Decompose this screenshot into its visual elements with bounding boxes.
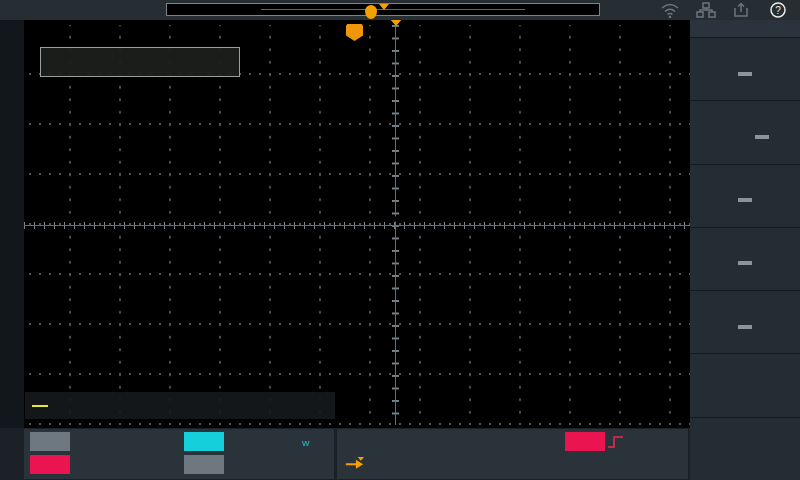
waveform-graticule[interactable] — [24, 25, 690, 425]
trigger-source-badge[interactable] — [565, 432, 605, 451]
export-icon — [732, 2, 752, 18]
svg-text:?: ? — [775, 5, 781, 16]
menu-section-tag[interactable] — [690, 228, 800, 290]
bottom-status-bar: W — [0, 428, 690, 480]
horizontal-trigger-panel — [337, 429, 688, 479]
waveform-canvas — [24, 25, 690, 425]
search-events-banner — [40, 47, 240, 77]
ch4-badge[interactable] — [184, 455, 224, 474]
ch2-pwm-bottom-rail — [24, 217, 690, 222]
measurement-bar[interactable] — [25, 392, 335, 419]
left-margin-strip — [0, 20, 24, 480]
measurement-source-badge — [32, 405, 48, 407]
delay-arrow-icon — [345, 457, 365, 471]
menu-section-invert[interactable] — [690, 101, 800, 163]
ch2-badge[interactable] — [184, 432, 224, 451]
trigger-position-marker-icon[interactable] — [365, 5, 377, 19]
menu-section-offset[interactable] — [690, 354, 800, 416]
side-menu-title — [690, 20, 800, 37]
help-icon[interactable]: ? — [768, 2, 788, 18]
ch1-badge[interactable] — [30, 432, 70, 451]
network-icon — [696, 2, 716, 18]
probe-setup-value[interactable] — [738, 325, 752, 329]
system-icons: ? — [660, 1, 788, 19]
menu-section-probe[interactable] — [690, 291, 800, 353]
oscilloscope-screen: ? W — [0, 0, 800, 480]
channel-readout-panel: W — [24, 429, 334, 479]
record-span-line — [261, 9, 525, 10]
expansion-point-icon — [379, 4, 389, 10]
menu-section-bandwidth[interactable] — [690, 165, 800, 227]
menu-section-more[interactable] — [690, 418, 800, 480]
top-status-bar: ? — [0, 0, 800, 20]
ch2-bandwidth-limit-icon: W — [302, 433, 310, 448]
wifi-icon — [660, 2, 680, 18]
tag-value[interactable] — [738, 261, 752, 265]
record-view-timeline[interactable] — [166, 3, 600, 16]
ch3-badge[interactable] — [30, 455, 70, 474]
channel3-side-menu — [690, 20, 800, 480]
bandwidth-value[interactable] — [738, 198, 752, 202]
invert-off-option[interactable] — [755, 135, 769, 139]
rising-edge-icon — [607, 434, 625, 450]
coupling-value[interactable] — [738, 72, 752, 76]
menu-section-coupling[interactable] — [690, 38, 800, 100]
invert-on-option[interactable] — [721, 135, 729, 139]
